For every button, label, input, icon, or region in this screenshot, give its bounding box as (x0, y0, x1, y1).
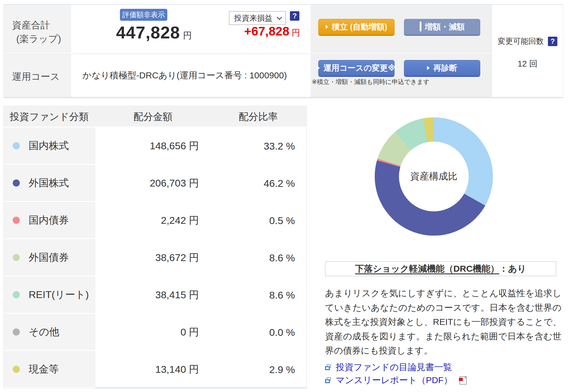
course-change-button-label: 運用コースの変更※ (323, 63, 395, 73)
table-row: 現金等 13,140 円 2.9 % (4, 351, 306, 388)
allocation-ratio: 46.2 % (199, 165, 295, 202)
course-change-button[interactable]: 運用コースの変更※ (318, 60, 395, 76)
total-amount-value: 447,828 (116, 23, 180, 42)
allocation-ratio: 8.6 % (199, 239, 295, 276)
category-label: 外国株式 (29, 176, 69, 190)
allocation-ratio: 33.2 % (199, 127, 295, 165)
monthly-report-link-label: マンスリーレポート（PDF） (336, 374, 452, 386)
drc-title: 下落ショック軽減機能（DRC機能） (355, 263, 499, 275)
arrow-right-icon (427, 66, 430, 70)
pdf-file-icon[interactable] (460, 376, 467, 385)
course-value: かなり積極型-DRCあり(運用コース番号 : 1000900) (71, 69, 287, 82)
arrow-right-icon (317, 66, 320, 70)
window-icon (325, 364, 332, 371)
change-count-value: 12 回 (518, 58, 538, 69)
allocation-ratio: 2.9 % (199, 351, 295, 388)
pl-unit: 円 (292, 28, 300, 37)
category-dot (13, 328, 20, 336)
table-row: REIT(リート) 38,415 円 8.6 % (4, 276, 306, 314)
allocation-amount: 206,703 円 (95, 165, 199, 202)
asset-total-label-cell: 資産合計 (楽ラップ) (4, 5, 71, 53)
category-label: 国内株式 (29, 139, 69, 153)
rediagnosis-button-label: 再診断 (433, 63, 457, 73)
tsumitate-button-label: 積立 (自動増額) (332, 22, 387, 32)
table-header: 投資ファンド分類 配分金額 配分比率 (4, 106, 306, 127)
change-count-help-icon[interactable]: ? (548, 37, 557, 46)
drc-status: ：あり (499, 263, 526, 275)
asset-total-sublabel: (楽ラップ) (12, 32, 71, 46)
zougen-gengaku-button[interactable]: 増額・減額 (404, 19, 480, 35)
chevron-down-icon (277, 14, 282, 20)
course-label-cell: 運用コース (4, 54, 71, 97)
profit-loss-amount: +67,828円 (244, 24, 300, 38)
pl-value: +67,828 (244, 24, 289, 38)
header-category: 投資ファンド分類 (10, 106, 89, 127)
category-label: 国内債券 (29, 213, 69, 227)
monthly-report-link[interactable]: マンスリーレポート（PDF） (325, 374, 467, 386)
category-dot (13, 179, 20, 187)
allocation-amount: 2,242 円 (95, 202, 199, 239)
change-count-panel: 変更可能回数 ? 12 回 (491, 5, 563, 97)
category-dot (13, 254, 20, 261)
tsumitate-button[interactable]: 積立 (自動増額) (318, 19, 395, 35)
allocation-ratio: 0.5 % (199, 202, 295, 239)
account-summary-panel: 資産合計 (楽ラップ) 評価額非表示 447,828円 投資来損益 ? +67,… (4, 4, 563, 98)
table-row: 国内債券 2,242 円 0.5 % (4, 202, 306, 239)
total-amount-unit: 円 (183, 30, 192, 40)
rakuten-wrap-page: 資産合計 (楽ラップ) 評価額非表示 447,828円 投資来損益 ? +67,… (0, 0, 568, 392)
header-ratio: 配分比率 (211, 106, 306, 127)
allocation-ratio: 0.0 % (199, 314, 295, 351)
allocation-table: 投資ファンド分類 配分金額 配分比率 国内株式 148,656 円 33.2 %… (4, 106, 307, 388)
asset-total-label: 資産合計 (12, 18, 71, 32)
zougen-button-label: 増額・減額 (425, 22, 465, 32)
category-label: 外国債券 (29, 251, 69, 264)
asset-donut: 資産構成比 (375, 117, 493, 236)
category-dot (13, 291, 20, 298)
course-value-cell: かなり積極型-DRCあり(運用コース番号 : 1000900) (71, 54, 311, 97)
pl-period-selected-value: 投資来損益 (234, 13, 272, 23)
course-label: 運用コース (4, 70, 60, 83)
allocation-amount: 148,656 円 (95, 127, 199, 165)
change-count-label: 変更可能回数 (498, 36, 544, 46)
prospectus-link-label: 投資ファンドの目論見書一覧 (336, 361, 452, 373)
donut-center: 資産構成比 (399, 142, 469, 211)
donut-center-label: 資産構成比 (410, 170, 457, 183)
simultaneous-apply-note: ※積立・増額・減額も同時に申込できます (312, 78, 430, 86)
allocation-amount: 13,140 円 (95, 351, 199, 388)
prospectus-link[interactable]: 投資ファンドの目論見書一覧 (325, 361, 452, 373)
hide-valuation-button[interactable]: 評価額非表示 (120, 9, 167, 21)
header-amount: 配分金額 (95, 106, 211, 127)
allocation-ratio: 8.6 % (199, 276, 295, 314)
asset-actions-cell: 積立 (自動増額) 増額・減額 (311, 5, 491, 53)
allocation-amount: 38,415 円 (95, 276, 199, 314)
asset-total-value-cell: 評価額非表示 447,828円 投資来損益 ? +67,828円 (71, 5, 311, 53)
category-label: 現金等 (29, 362, 59, 376)
pl-help-icon[interactable]: ? (290, 11, 299, 21)
window-icon (325, 377, 332, 384)
allocation-amount: 0 円 (95, 314, 199, 351)
table-row: 外国債券 38,672 円 8.6 % (4, 239, 306, 276)
category-label: REIT(リート) (29, 288, 89, 302)
pl-period-select[interactable]: 投資来損益 (229, 11, 286, 25)
rediagnosis-button[interactable]: 再診断 (404, 60, 480, 76)
drc-feature-box: 下落ショック軽減機能（DRC機能）：あり (325, 261, 556, 276)
table-row: その他 0 円 0.0 % (4, 314, 306, 351)
category-dot (13, 366, 20, 373)
course-actions-cell: 運用コースの変更※ 再診断 ※積立・増額・減額も同時に申込できます (311, 54, 491, 97)
category-dot (13, 142, 20, 149)
total-asset-amount: 447,828円 (71, 22, 237, 42)
lock-icon (420, 22, 421, 32)
arrow-right-icon (326, 25, 328, 29)
allocation-amount: 38,672 円 (95, 239, 199, 276)
course-description: あまりリスクを気にしすぎずに、とことん収益性を追求していきたいあなたのためのコー… (325, 286, 561, 358)
category-dot (13, 217, 20, 224)
table-row: 国内株式 148,656 円 33.2 % (4, 127, 306, 165)
table-row: 外国株式 206,703 円 46.2 % (4, 165, 306, 202)
category-label: その他 (29, 325, 59, 339)
